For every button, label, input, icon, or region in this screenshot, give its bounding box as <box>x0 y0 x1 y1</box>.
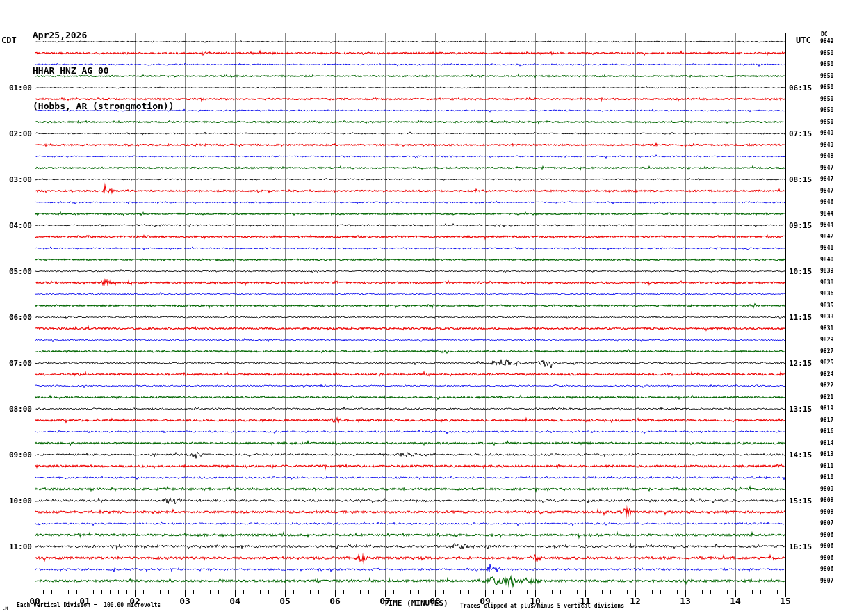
dc-offset-value: 9821 <box>820 394 833 400</box>
dc-offset-value: 9850 <box>820 107 833 113</box>
x-axis-tick-label: 14 <box>725 596 746 606</box>
utc-hour-label: 16:15 <box>789 542 812 551</box>
dc-offset-value: 9846 <box>820 199 833 205</box>
dc-offset-value: 9836 <box>820 291 833 297</box>
dc-offset-value: 9850 <box>820 73 833 79</box>
dc-offset-value: 9841 <box>820 245 833 251</box>
dc-offset-value: 9833 <box>820 314 833 320</box>
cdt-hour-label: 06:00 <box>0 313 32 322</box>
station-location: (Hobbs, AR (strongmotion)) <box>33 102 174 111</box>
title-block: Apr25,2026 HHAR HNZ AG 00 (Hobbs, AR (st… <box>33 4 174 124</box>
left-timezone-header: CDT <box>1 35 17 45</box>
dc-offset-value: 9850 <box>820 119 833 125</box>
utc-hour-label: 14:15 <box>789 451 812 460</box>
x-axis-tick-label: 12 <box>625 596 646 606</box>
dc-offset-value: 9814 <box>820 440 833 446</box>
dc-offset-value: 9806 <box>820 543 833 549</box>
utc-hour-label: 07:15 <box>789 129 812 138</box>
vertical-scale-note: Each Vertical Division = 100.00 microvol… <box>17 602 161 608</box>
plot-date: Apr25,2026 <box>33 31 174 40</box>
dc-offset-value: 9827 <box>820 348 833 355</box>
helicorder-page: { "header": { "date": "Apr25,2026", "sta… <box>0 0 841 616</box>
dc-offset-value: 9840 <box>820 257 833 263</box>
utc-hour-label: 13:15 <box>789 405 812 414</box>
x-axis-tick-label: 04 <box>224 596 245 606</box>
dc-offset-value: 9849 <box>820 130 833 136</box>
dc-offset-value: 9829 <box>820 337 833 343</box>
cdt-hour-label: 08:00 <box>0 405 32 414</box>
utc-hour-label: 12:15 <box>789 359 812 368</box>
dc-offset-value: 9819 <box>820 405 833 412</box>
dc-offset-value: 9809 <box>820 486 833 492</box>
dc-offset-value: 9850 <box>820 61 833 67</box>
x-axis-tick-label: 06 <box>325 596 345 606</box>
cdt-hour-label: 07:00 <box>0 359 32 368</box>
utc-hour-label: 09:15 <box>789 221 812 230</box>
utc-hour-label: 10:15 <box>789 267 812 276</box>
cdt-hour-label: 04:00 <box>0 221 32 230</box>
dc-offset-value: 9850 <box>820 84 833 90</box>
cdt-hour-label: 05:00 <box>0 267 32 276</box>
dc-offset-value: 9824 <box>820 371 833 378</box>
x-axis-tick-label: 03 <box>174 596 195 606</box>
utc-hour-label: 11:15 <box>789 313 812 322</box>
dc-offset-value: 9831 <box>820 325 833 332</box>
dc-offset-value: 9847 <box>820 165 833 171</box>
utc-hour-label: 06:15 <box>789 83 812 92</box>
dc-offset-value: 9822 <box>820 382 833 389</box>
dc-offset-value: 9807 <box>820 520 833 526</box>
dc-offset-value: 9806 <box>820 566 833 572</box>
dc-offset-value: 9850 <box>820 96 833 102</box>
dc-offset-value: 9849 <box>820 38 833 44</box>
dc-offset-value: 9849 <box>820 142 833 148</box>
dc-offset-value: 9847 <box>820 188 833 194</box>
dc-offset-value: 9850 <box>820 50 833 56</box>
cdt-hour-label: 09:00 <box>0 451 32 460</box>
cdt-hour-label: 10:00 <box>0 496 32 505</box>
dc-offset-value: 9838 <box>820 279 833 286</box>
x-axis-title: TIME (MINUTES) <box>384 599 448 608</box>
dc-offset-value: 9806 <box>820 555 833 561</box>
x-axis-tick-label: 05 <box>275 596 295 606</box>
dc-offset-value: 9808 <box>820 497 833 503</box>
cdt-hour-label: 02:00 <box>0 129 32 138</box>
scale-marker-glyph: .M <box>3 606 8 610</box>
dc-offset-value: 9810 <box>820 474 833 480</box>
x-axis-tick-label: 15 <box>775 596 796 606</box>
station-code: HHAR HNZ AG 00 <box>33 66 174 75</box>
x-axis-tick-label: 13 <box>675 596 696 606</box>
dc-offset-value: 9825 <box>820 359 833 366</box>
dc-offset-value: 9839 <box>820 268 833 274</box>
cdt-hour-label: 11:00 <box>0 542 32 551</box>
dc-column-header: DC <box>821 31 828 38</box>
dc-offset-value: 9844 <box>820 211 833 217</box>
cdt-hour-label: 03:00 <box>0 175 32 184</box>
dc-offset-value: 9817 <box>820 417 833 423</box>
dc-offset-value: 9847 <box>820 176 833 182</box>
dc-offset-value: 9835 <box>820 302 833 309</box>
dc-offset-value: 9807 <box>820 578 833 584</box>
dc-offset-value: 9811 <box>820 463 833 469</box>
dc-offset-value: 9848 <box>820 153 833 159</box>
dc-offset-value: 9806 <box>820 532 833 538</box>
dc-offset-value: 9808 <box>820 509 833 515</box>
utc-hour-label: 15:15 <box>789 496 812 505</box>
cdt-hour-label: 01:00 <box>0 83 32 92</box>
dc-offset-value: 9844 <box>820 222 833 228</box>
right-timezone-header: UTC <box>796 35 811 45</box>
clipping-note: Traces clipped at plus/minus 5 vertical … <box>460 603 624 609</box>
dc-offset-value: 9842 <box>820 234 833 240</box>
utc-hour-label: 08:15 <box>789 175 812 184</box>
dc-offset-value: 9816 <box>820 428 833 435</box>
dc-offset-value: 9813 <box>820 451 833 457</box>
